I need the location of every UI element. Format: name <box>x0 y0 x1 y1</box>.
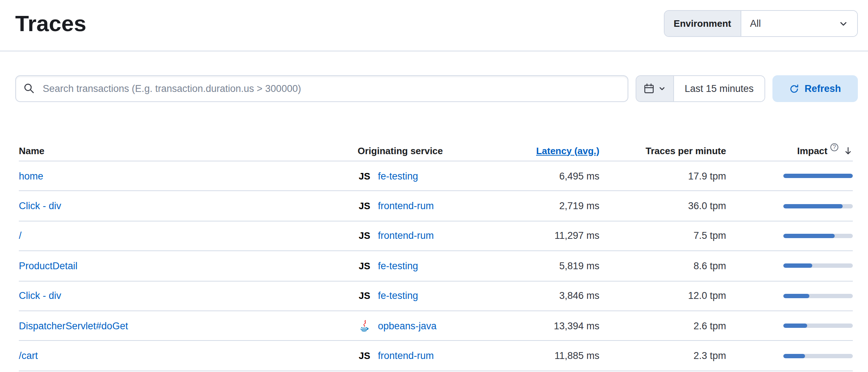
latency-value: 11,297 ms <box>536 231 599 241</box>
table-row: Click - div JS fe-testing 3,846 ms 12.0 … <box>19 281 853 311</box>
latency-value: 6,495 ms <box>536 170 599 181</box>
transaction-link[interactable]: Click - div <box>19 291 61 301</box>
impact-bar-fill <box>783 204 842 208</box>
column-header-service: Originating service <box>358 145 536 156</box>
impact-bar <box>783 204 853 208</box>
time-range-button[interactable]: Last 15 minutes <box>674 76 764 101</box>
calendar-icon <box>643 83 654 94</box>
column-header-tpm: Traces per minute <box>599 145 726 156</box>
tpm-value: 2.6 tpm <box>599 320 726 331</box>
column-header-impact[interactable]: Impact ? <box>726 145 853 156</box>
date-picker: Last 15 minutes <box>635 75 765 102</box>
refresh-icon <box>789 84 800 94</box>
page-header: Traces Environment All <box>0 0 868 37</box>
impact-bar <box>783 234 853 238</box>
js-icon: JS <box>358 261 371 271</box>
impact-bar <box>783 354 853 358</box>
service-link[interactable]: fe-testing <box>378 170 418 181</box>
time-range-label: Last 15 minutes <box>684 83 754 94</box>
date-quick-select-button[interactable] <box>636 76 674 101</box>
tpm-value: 17.9 tpm <box>599 170 726 181</box>
js-icon: JS <box>358 291 371 301</box>
tpm-value: 12.0 tpm <box>599 291 726 301</box>
service-link[interactable]: frontend-rum <box>378 231 434 241</box>
tpm-value: 36.0 tpm <box>599 200 726 211</box>
latency-value: 3,846 ms <box>536 291 599 301</box>
js-icon: JS <box>358 200 371 211</box>
table-row: ProductDetail JS fe-testing 5,819 ms 8.6… <box>19 251 853 281</box>
transactions-table: Name Originating service Latency (avg.) … <box>0 140 868 371</box>
environment-value: All <box>750 18 761 29</box>
js-icon: JS <box>358 231 371 241</box>
js-icon: JS <box>358 350 371 361</box>
tpm-value: 7.5 tpm <box>599 231 726 241</box>
table-header-row: Name Originating service Latency (avg.) … <box>19 140 853 161</box>
table-row: DispatcherServlet#doGet opbeans-java 13,… <box>19 311 853 341</box>
controls-bar: Last 15 minutes Refresh <box>0 75 868 102</box>
impact-bar-fill <box>783 234 835 238</box>
impact-bar-fill <box>783 354 805 358</box>
java-icon <box>358 320 371 332</box>
latency-value: 2,719 ms <box>536 200 599 211</box>
impact-bar <box>783 174 853 178</box>
environment-filter[interactable]: Environment All <box>663 10 858 37</box>
latency-value: 13,394 ms <box>536 320 599 331</box>
service-link[interactable]: frontend-rum <box>378 350 434 361</box>
transaction-link[interactable]: /cart <box>19 350 38 361</box>
traces-page: Traces Environment All <box>0 0 868 372</box>
transaction-link[interactable]: / <box>19 231 22 241</box>
tpm-value: 2.3 tpm <box>599 350 726 361</box>
impact-bar-fill <box>783 324 807 328</box>
search-input[interactable] <box>15 75 628 102</box>
impact-bar-fill <box>783 294 810 298</box>
environment-label: Environment <box>664 11 741 36</box>
table-body: home JS fe-testing 6,495 ms 17.9 tpm Cli… <box>19 161 853 371</box>
transaction-link[interactable]: DispatcherServlet#doGet <box>19 320 128 331</box>
impact-bar <box>783 324 853 328</box>
impact-bar-fill <box>783 174 853 178</box>
table-row: / JS frontend-rum 11,297 ms 7.5 tpm <box>19 221 853 251</box>
transaction-link[interactable]: ProductDetail <box>19 261 77 271</box>
js-icon: JS <box>358 170 371 181</box>
transaction-link[interactable]: Click - div <box>19 200 61 211</box>
service-link[interactable]: fe-testing <box>378 261 418 271</box>
help-icon[interactable]: ? <box>830 143 838 151</box>
service-link[interactable]: frontend-rum <box>378 200 434 211</box>
column-header-latency[interactable]: Latency (avg.) <box>536 145 599 156</box>
table-row: Click - div JS frontend-rum 2,719 ms 36.… <box>19 191 853 221</box>
impact-bar <box>783 294 853 298</box>
search-box <box>15 75 628 102</box>
table-row: home JS fe-testing 6,495 ms 17.9 tpm <box>19 161 853 191</box>
header-divider <box>0 51 868 51</box>
chevron-down-icon <box>838 18 848 29</box>
tpm-value: 8.6 tpm <box>599 261 726 271</box>
latency-value: 11,885 ms <box>536 350 599 361</box>
service-link[interactable]: fe-testing <box>378 291 418 301</box>
column-header-name: Name <box>19 145 358 156</box>
refresh-button[interactable]: Refresh <box>772 75 858 102</box>
impact-bar-fill <box>783 264 813 268</box>
impact-header-label: Impact <box>797 145 827 156</box>
refresh-label: Refresh <box>805 83 841 94</box>
transaction-link[interactable]: home <box>19 170 43 181</box>
table-row: /cart JS frontend-rum 11,885 ms 2.3 tpm <box>19 341 853 371</box>
page-title: Traces <box>15 10 87 36</box>
sort-desc-icon <box>843 146 853 155</box>
latency-value: 5,819 ms <box>536 261 599 271</box>
search-icon <box>23 83 35 97</box>
chevron-down-icon <box>658 85 666 93</box>
service-link[interactable]: opbeans-java <box>378 320 437 331</box>
environment-select[interactable]: All <box>741 11 857 36</box>
impact-bar <box>783 264 853 268</box>
